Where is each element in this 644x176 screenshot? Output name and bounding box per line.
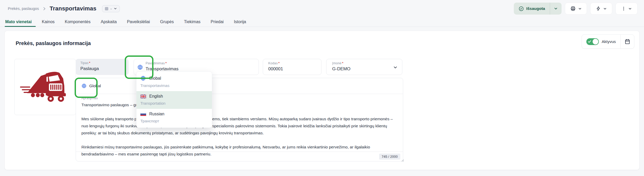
active-status-control: Aktyvus	[582, 34, 634, 49]
page-title: Transportavimas	[50, 5, 96, 12]
description-language-button[interactable]: Global	[76, 78, 403, 94]
check-circle-icon	[518, 6, 524, 11]
language-translation: Transportation	[140, 101, 208, 105]
saved-button-label: Išsaugota	[526, 6, 545, 11]
chevron-down-icon	[114, 7, 117, 10]
toggle-knob	[593, 39, 598, 45]
resize-handle[interactable]	[401, 158, 404, 162]
code-field-label: Kodas	[268, 61, 278, 65]
description-language-label: Global	[89, 84, 101, 88]
variant-selector[interactable]: -	[102, 5, 120, 12]
globe-icon	[140, 76, 146, 81]
print-button[interactable]	[565, 3, 587, 15]
chevron-down-icon	[603, 7, 607, 10]
language-option-english[interactable]: English Transportation	[136, 91, 212, 109]
character-counter: 745 / 2000	[379, 154, 400, 160]
tab-kainos[interactable]: Kainos	[42, 17, 55, 27]
language-dropdown: Global Transportavimas English Transport…	[136, 71, 212, 128]
description-label: Aprašymas	[81, 96, 397, 100]
code-field-value: 000001	[268, 66, 283, 72]
printer-icon	[570, 6, 576, 11]
flag-ru-icon	[140, 112, 146, 116]
company-field-label: Įmonė	[332, 61, 342, 65]
language-name: Global	[149, 76, 161, 81]
header-actions: Išsaugota	[514, 3, 637, 15]
required-mark: *	[278, 61, 279, 65]
tab-paveiksleliai[interactable]: Paveikslėliai	[127, 17, 150, 27]
description-textarea[interactable]: Aprašymas Transportavimo paslaugos – gre…	[76, 94, 403, 158]
type-field-label: Tipas	[80, 61, 88, 65]
name-field-value: Transportavimas	[146, 66, 178, 72]
tab-mato-vienetai[interactable]: Mato vienetai	[5, 17, 32, 27]
globe-icon	[137, 64, 143, 70]
active-toggle[interactable]	[586, 38, 599, 45]
red-truck-illustration	[20, 67, 71, 107]
more-menu-button[interactable]	[616, 3, 637, 15]
actions-button[interactable]	[590, 3, 612, 15]
required-mark: *	[165, 61, 167, 65]
card-title: Prekės, paslaugos informacija	[16, 40, 91, 46]
description-footer: 745 / 2000	[76, 152, 403, 161]
type-field[interactable]: Tipas* Paslauga	[76, 59, 129, 75]
company-select[interactable]: Įmonė* G-DEMO	[326, 59, 402, 75]
language-name: Russian	[149, 112, 164, 116]
lightning-icon	[596, 6, 601, 11]
active-toggle-label: Aktyvus	[602, 39, 616, 44]
saved-button-caret[interactable]	[550, 3, 562, 15]
breadcrumb-parent-link[interactable]: Prekės, paslaugos	[8, 7, 39, 11]
name-field-label: Pavadinimas	[146, 61, 165, 65]
code-field[interactable]: Kodas* 000001	[263, 59, 321, 75]
language-translation: Transportavimas	[140, 83, 208, 88]
required-mark: *	[89, 61, 90, 65]
tab-tiekimas[interactable]: Tiekimas	[184, 17, 200, 27]
language-option-global[interactable]: Global Transportavimas	[136, 73, 212, 91]
description-text: Transportavimo paslaugos – greitas ir sa…	[81, 101, 397, 158]
calendar-icon	[624, 39, 630, 45]
chevron-down-icon	[628, 7, 632, 10]
breadcrumb-chevron-icon	[43, 7, 46, 10]
language-name: English	[149, 94, 163, 99]
language-option-russian[interactable]: Russian Транспорт	[136, 109, 212, 127]
description-paragraph: Transportavimo paslaugos – greitas ir sa…	[81, 101, 397, 108]
tab-grupes[interactable]: Grupės	[160, 17, 174, 27]
product-image	[14, 59, 76, 115]
tab-bar: Mato vienetai Kainos Komponentės Apskait…	[0, 17, 644, 27]
chevron-down-icon	[554, 7, 558, 10]
flag-uk-icon	[140, 95, 146, 98]
type-field-value: Paslauga	[80, 66, 99, 71]
globe-icon	[81, 83, 87, 89]
required-mark: *	[342, 61, 343, 65]
language-translation: Транспорт	[140, 119, 208, 123]
tab-apskaita[interactable]: Apskaita	[101, 17, 117, 27]
variant-value: -	[110, 7, 111, 11]
tab-istorija[interactable]: Istorija	[234, 17, 246, 27]
kebab-menu-icon	[621, 6, 626, 11]
chevron-down-icon	[578, 7, 582, 10]
product-info-card: Prekės, paslaugos informacija Aktyvus	[4, 31, 640, 170]
breadcrumb: Prekės, paslaugos Transportavimas -	[8, 0, 120, 17]
activity-schedule-button[interactable]	[621, 35, 634, 48]
tab-priedai[interactable]: Priedai	[211, 17, 224, 27]
chevron-down-icon	[393, 65, 397, 70]
top-bar: Prekės, paslaugos Transportavimas - Išsa…	[0, 0, 644, 17]
saved-split-button[interactable]: Išsaugota	[514, 3, 562, 15]
active-toggle-group[interactable]: Aktyvus	[582, 35, 620, 48]
description-paragraph: Mes siūlome platų transporto priemonių p…	[81, 115, 397, 136]
tab-komponentes[interactable]: Komponentės	[65, 17, 91, 27]
description-section: Global Aprašymas Transportavimo paslaugo…	[76, 78, 403, 161]
variant-swatch-icon	[105, 7, 108, 10]
company-field-value: G-DEMO	[332, 66, 350, 72]
check-icon	[588, 40, 591, 43]
